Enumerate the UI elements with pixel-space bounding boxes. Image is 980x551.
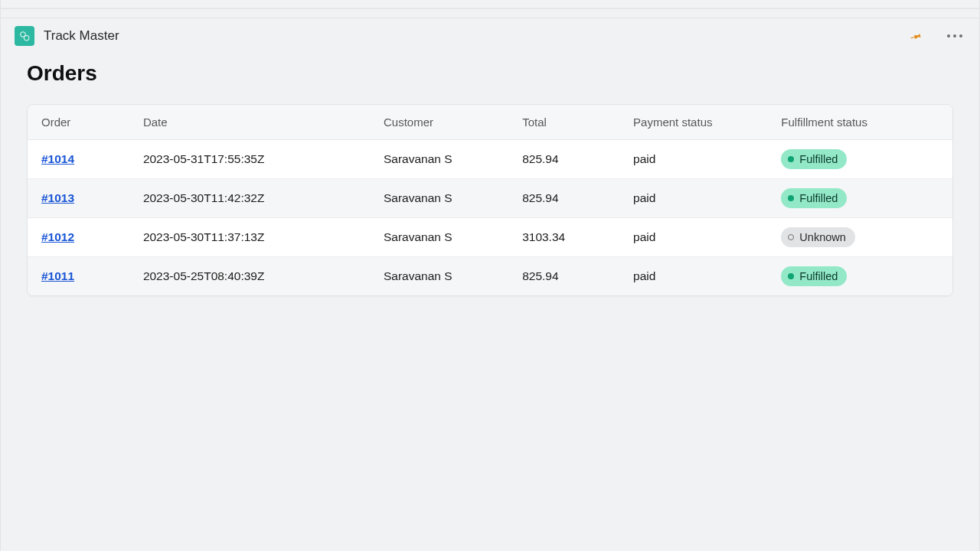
order-link[interactable]: #1013 [41,191,74,204]
table-row: #10112023-05-25T08:40:39ZSaravanan S825.… [28,257,952,296]
cell-payment-status: paid [619,257,767,296]
badge-label: Fulfilled [799,192,838,204]
svg-point-1 [24,35,29,41]
cell-order: #1011 [28,257,129,296]
badge-label: Fulfilled [799,153,838,165]
cell-customer: Saravanan S [370,140,508,179]
cell-total: 825.94 [508,257,619,296]
status-dot-icon [788,273,794,279]
col-header-date: Date [129,105,370,140]
cell-payment-status: paid [619,179,767,218]
cell-order: #1014 [28,140,129,179]
unknown-badge: Unknown [781,227,854,247]
cell-customer: Saravanan S [370,179,508,218]
page-title: Orders [27,61,953,86]
status-dot-icon [788,195,794,201]
more-icon[interactable] [944,31,965,41]
status-ring-icon [788,234,794,240]
table-row: #10132023-05-30T11:42:32ZSaravanan S825.… [28,179,952,218]
cell-date: 2023-05-25T08:40:39Z [129,257,370,296]
col-header-order: Order [28,105,129,140]
order-link[interactable]: #1012 [41,230,74,243]
col-header-payment-status: Payment status [619,105,767,140]
orders-table-card: Order Date Customer Total Payment status… [27,104,953,296]
cell-fulfillment-status: Fulfilled [767,257,952,296]
cell-customer: Saravanan S [370,257,508,296]
cell-order: #1013 [28,179,129,218]
table-row: #10142023-05-31T17:55:35ZSaravanan S825.… [28,140,952,179]
cell-date: 2023-05-30T11:42:32Z [129,179,370,218]
pin-icon[interactable] [909,29,923,43]
table-row: #10122023-05-30T11:37:13ZSaravanan S3103… [28,218,952,257]
col-header-fulfillment-status: Fulfillment status [767,105,952,140]
cell-payment-status: paid [619,218,767,257]
fulfilled-badge: Fulfilled [781,149,847,169]
badge-label: Fulfilled [799,270,838,282]
orders-table: Order Date Customer Total Payment status… [28,105,952,295]
window-top-strip-2 [1,9,979,18]
fulfilled-badge: Fulfilled [781,266,847,286]
cell-date: 2023-05-31T17:55:35Z [129,140,370,179]
cell-date: 2023-05-30T11:37:13Z [129,218,370,257]
badge-label: Unknown [799,231,845,243]
cell-fulfillment-status: Fulfilled [767,179,952,218]
status-dot-icon [788,156,794,162]
order-link[interactable]: #1014 [41,152,74,165]
col-header-customer: Customer [370,105,508,140]
cell-total: 825.94 [508,179,619,218]
window-top-strip [1,0,979,9]
cell-order: #1012 [28,218,129,257]
fulfilled-badge: Fulfilled [781,188,847,208]
cell-total: 825.94 [508,140,619,179]
col-header-total: Total [508,105,619,140]
cell-fulfillment-status: Fulfilled [767,140,952,179]
cell-payment-status: paid [619,140,767,179]
app-logo-icon [15,26,34,46]
app-header: Track Master [1,18,979,54]
cell-customer: Saravanan S [370,218,508,257]
app-title: Track Master [44,28,119,44]
cell-total: 3103.34 [508,218,619,257]
table-header-row: Order Date Customer Total Payment status… [28,105,952,140]
cell-fulfillment-status: Unknown [767,218,952,257]
order-link[interactable]: #1011 [41,269,74,282]
